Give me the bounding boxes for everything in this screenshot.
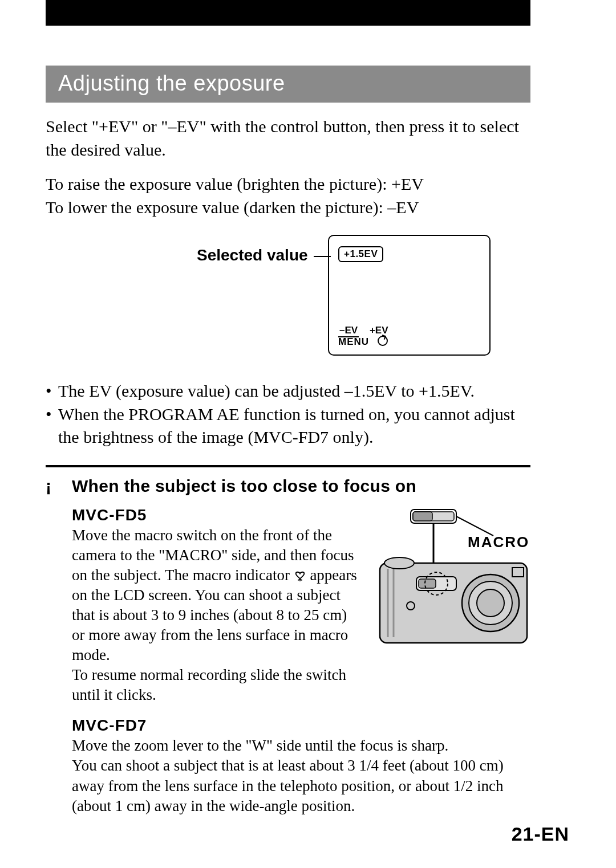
page-number: 21-EN: [512, 823, 569, 845]
selected-value-label: Selected value: [197, 246, 308, 264]
fd7-body2: You can shoot a subject that is at least…: [72, 756, 530, 816]
svg-line-3: [456, 516, 493, 536]
divider: [46, 465, 530, 467]
macro-indicator-icon: [294, 567, 306, 578]
fd5-block: MVC-FD5 Move the macro switch on the fro…: [46, 506, 530, 706]
bang-icon: ¡: [46, 476, 72, 496]
lcd-figure: Selected value +1.5EV –EV +EV MENU: [46, 235, 530, 366]
svg-rect-2: [413, 512, 432, 521]
fd5-body: Move the macro switch on the front of th…: [72, 525, 363, 706]
macro-heading-row: ¡ When the subject is too close to focus…: [46, 476, 530, 496]
bullet-item: • When the PROGRAM AE function is turned…: [46, 403, 530, 449]
svg-rect-15: [419, 579, 436, 588]
svg-point-17: [407, 602, 415, 610]
lcd-bottom-row: –EV +EV MENU: [338, 325, 388, 348]
page: Adjusting the exposure Select "+EV" or "…: [0, 0, 616, 868]
top-black-bar: [46, 0, 530, 26]
macro-heading: When the subject is too close to focus o…: [72, 476, 416, 496]
lcd-screen: +1.5EV –EV +EV MENU: [328, 235, 491, 356]
bullet-text: When the PROGRAM AE function is turned o…: [58, 403, 530, 449]
fd7-body1: Move the zoom lever to the "W" side unti…: [72, 736, 530, 756]
content-area: Adjusting the exposure Select "+EV" or "…: [46, 66, 530, 816]
bullet-item: • The EV (exposure value) can be adjuste…: [46, 380, 530, 403]
section-heading: Adjusting the exposure: [46, 66, 530, 103]
bullet-text: The EV (exposure value) can be adjusted …: [58, 380, 475, 403]
plus-ev-label: +EV: [370, 325, 388, 336]
model-name-fd7: MVC-FD7: [72, 716, 530, 735]
ev-badge: +1.5EV: [338, 246, 383, 262]
svg-rect-13: [512, 568, 524, 577]
intro-text: Select "+EV" or "–EV" with the control b…: [46, 115, 530, 161]
raise-line: To raise the exposure value (brighten th…: [46, 173, 530, 196]
model-name-fd5: MVC-FD5: [72, 506, 363, 524]
lower-line: To lower the exposure value (darken the …: [46, 196, 530, 219]
svg-point-12: [477, 589, 504, 617]
fd7-block: MVC-FD7 Move the zoom lever to the "W" s…: [46, 716, 530, 816]
svg-point-9: [384, 557, 414, 569]
macro-figure-label: MACRO: [376, 533, 530, 551]
menu-label: MENU: [338, 336, 369, 347]
fd5-body-c: To resume normal recording slide the swi…: [72, 666, 346, 703]
self-timer-icon: [378, 336, 388, 346]
camera-figure: [376, 506, 530, 651]
bullet-list: • The EV (exposure value) can be adjuste…: [46, 380, 530, 449]
